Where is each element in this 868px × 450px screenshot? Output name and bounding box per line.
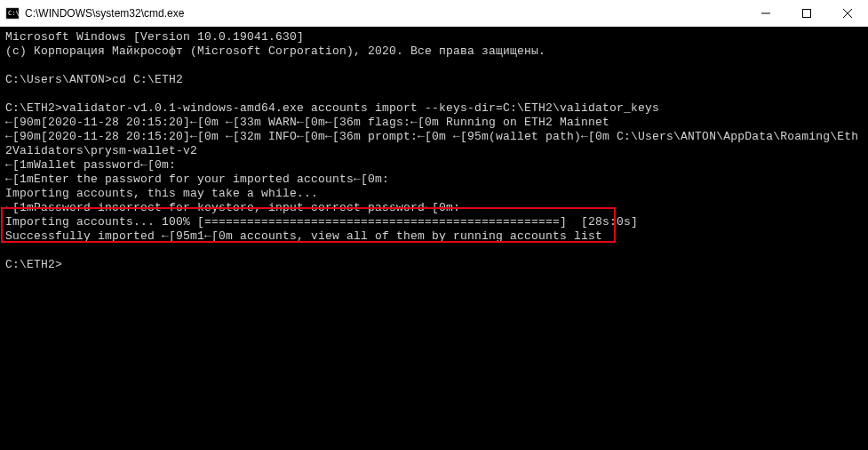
window-title: C:\WINDOWS\system32\cmd.exe	[25, 7, 184, 20]
close-button[interactable]	[827, 0, 868, 27]
terminal-line: ←[1mWallet password←[0m:	[5, 158, 176, 172]
titlebar-left: C:\ C:\WINDOWS\system32\cmd.exe	[0, 6, 184, 20]
terminal-line: ←[90m[2020-11-28 20:15:20]←[0m ←[33m WAR…	[5, 116, 609, 129]
terminal-line: Importing accounts, this may take a whil…	[5, 187, 318, 200]
terminal-line: ←[1mPassword incorrect for keystore, inp…	[5, 201, 460, 214]
terminal-line: 2Validators\prysm-wallet-v2	[5, 144, 197, 157]
terminal-line: Microsoft Windows [Version 10.0.19041.63…	[5, 30, 304, 44]
terminal-line: C:\ETH2>validator-v1.0.1-windows-amd64.e…	[5, 101, 659, 115]
svg-rect-3	[803, 10, 811, 18]
terminal-output[interactable]: Microsoft Windows [Version 10.0.19041.63…	[0, 27, 868, 276]
window-controls	[745, 0, 868, 27]
cmd-icon: C:\	[5, 6, 20, 20]
terminal-line: ←[90m[2020-11-28 20:15:20]←[0m ←[32m INF…	[5, 130, 858, 143]
terminal-line: ←[1mEnter the password for your imported…	[5, 173, 389, 186]
minimize-button[interactable]	[745, 0, 786, 27]
svg-text:C:\: C:\	[8, 10, 20, 17]
window-titlebar: C:\ C:\WINDOWS\system32\cmd.exe	[0, 0, 868, 27]
terminal-line: Importing accounts... 100% [============…	[5, 215, 638, 229]
maximize-button[interactable]	[786, 0, 827, 27]
terminal-line: Successfully imported ←[95m1←[0m account…	[5, 229, 602, 243]
terminal-line: C:\Users\ANTON>cd C:\ETH2	[5, 73, 183, 86]
terminal-prompt: C:\ETH2>	[5, 258, 62, 271]
terminal-line: (c) Корпорация Майкрософт (Microsoft Cor…	[5, 44, 545, 58]
